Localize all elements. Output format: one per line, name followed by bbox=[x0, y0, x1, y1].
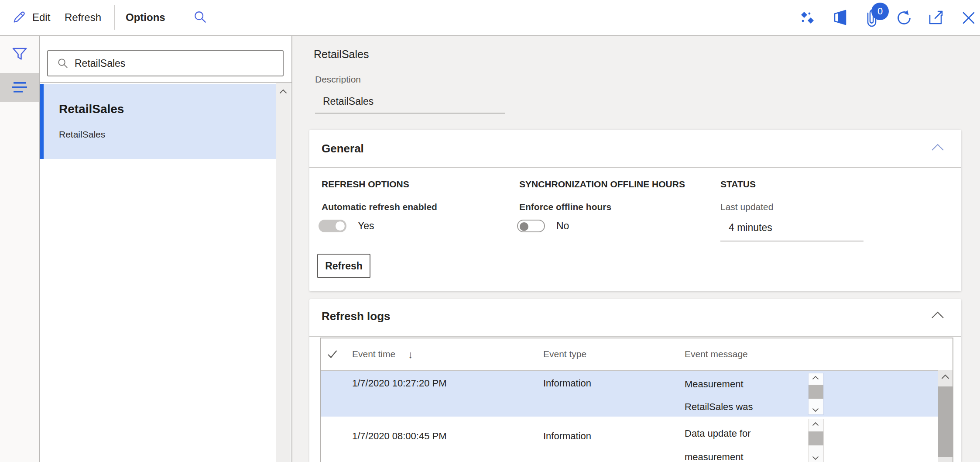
message-cell-scrollbar[interactable] bbox=[808, 419, 824, 462]
description-field bbox=[315, 90, 505, 114]
log-row-1[interactable]: 1/7/2020 10:27:20 PM Information Measure… bbox=[321, 371, 953, 417]
page-title: RetailSales bbox=[314, 48, 369, 61]
scrollbar-thumb[interactable] bbox=[809, 385, 823, 399]
list-scroll-up-icon[interactable] bbox=[279, 89, 287, 94]
options-label: Options bbox=[126, 11, 165, 24]
toolbar-search-button[interactable] bbox=[193, 0, 208, 35]
search-icon bbox=[193, 10, 208, 25]
refresh-options-heading: REFRESH OPTIONS bbox=[322, 179, 409, 190]
enforce-offline-value: No bbox=[556, 220, 569, 232]
list-item-subtitle: RetailSales bbox=[59, 129, 105, 140]
edit-label: Edit bbox=[32, 11, 50, 24]
open-new-window-icon[interactable] bbox=[928, 9, 945, 27]
list-item-title: RetailSales bbox=[59, 102, 124, 116]
list-search-input[interactable] bbox=[74, 57, 267, 70]
event-message-line2: RetailSales was bbox=[685, 401, 802, 413]
toggle-knob bbox=[336, 221, 345, 231]
attachments-count-badge: 0 bbox=[871, 3, 889, 20]
options-button[interactable]: Options bbox=[126, 0, 165, 35]
select-all-check-icon[interactable] bbox=[327, 349, 338, 359]
main-content: RetailSales Description General REFRESH … bbox=[292, 36, 980, 462]
scroll-up-icon[interactable] bbox=[812, 376, 819, 380]
filter-button[interactable] bbox=[0, 41, 39, 68]
auto-refresh-toggle[interactable]: Yes bbox=[319, 220, 374, 232]
table-scroll-up-icon[interactable] bbox=[941, 374, 949, 379]
toolbar-divider bbox=[114, 5, 115, 30]
list-view-button[interactable] bbox=[0, 73, 39, 102]
column-header-event-time[interactable]: Event time bbox=[352, 349, 395, 359]
scroll-up-icon[interactable] bbox=[812, 422, 819, 426]
column-header-event-type[interactable]: Event type bbox=[543, 349, 586, 359]
general-collapse-chevron-icon[interactable] bbox=[931, 143, 945, 152]
last-updated-field bbox=[720, 217, 863, 241]
refresh-logs-header[interactable]: Refresh logs bbox=[309, 299, 961, 336]
toggle-on-pill[interactable] bbox=[319, 220, 346, 232]
log-row-2[interactable]: 1/7/2020 08:00:45 PM Information Data up… bbox=[321, 417, 953, 462]
message-cell-scrollbar[interactable] bbox=[808, 373, 824, 415]
edit-button[interactable]: Edit bbox=[11, 0, 50, 35]
event-message-line1: Measurement bbox=[685, 379, 802, 390]
table-header-row: Event time ↓ Event type Event message bbox=[321, 338, 953, 371]
table-scrollbar[interactable] bbox=[938, 370, 953, 462]
list-search-box[interactable] bbox=[47, 50, 284, 76]
last-updated-label: Last updated bbox=[720, 202, 773, 212]
filter-icon bbox=[11, 47, 28, 62]
table-scrollbar-thumb[interactable] bbox=[938, 386, 953, 457]
refresh-page-icon[interactable] bbox=[895, 9, 913, 27]
side-toolbar bbox=[0, 36, 40, 462]
pencil-icon bbox=[11, 10, 26, 25]
refresh-logs-title: Refresh logs bbox=[322, 310, 391, 323]
description-input[interactable] bbox=[322, 95, 498, 108]
status-heading: STATUS bbox=[720, 179, 756, 190]
enforce-offline-label: Enforce offline hours bbox=[519, 202, 611, 212]
refresh-menu-button[interactable]: Refresh bbox=[65, 0, 101, 35]
close-icon[interactable] bbox=[960, 9, 977, 27]
refresh-button[interactable]: Refresh bbox=[317, 254, 370, 278]
list-item-retailsales[interactable]: RetailSales RetailSales bbox=[40, 84, 276, 159]
refresh-menu-label: Refresh bbox=[65, 11, 101, 24]
scroll-down-icon[interactable] bbox=[812, 456, 819, 460]
enforce-offline-toggle[interactable]: No bbox=[517, 220, 569, 232]
event-time-cell: 1/7/2020 08:00:45 PM bbox=[352, 431, 447, 442]
list-search-icon bbox=[57, 58, 69, 69]
refresh-logs-header-rule bbox=[309, 336, 961, 337]
event-message-line1: Data update for bbox=[685, 428, 802, 439]
event-message-line2: measurement bbox=[685, 452, 802, 462]
general-header-rule bbox=[309, 167, 961, 168]
scroll-down-icon[interactable] bbox=[812, 408, 819, 412]
event-type-cell: Information bbox=[543, 378, 591, 389]
last-updated-input[interactable] bbox=[728, 221, 852, 234]
sort-descending-icon[interactable]: ↓ bbox=[408, 349, 413, 361]
selection-bar bbox=[40, 84, 44, 159]
toggle-off-pill[interactable] bbox=[517, 220, 545, 232]
command-bar: Edit Refresh Options bbox=[0, 0, 980, 36]
general-title: General bbox=[322, 142, 364, 155]
sparkles-icon[interactable] bbox=[798, 9, 816, 27]
event-time-cell: 1/7/2020 10:27:20 PM bbox=[352, 378, 447, 389]
refresh-logs-collapse-chevron-icon[interactable] bbox=[931, 310, 945, 319]
auto-refresh-label: Automatic refresh enabled bbox=[322, 202, 437, 212]
event-type-cell: Information bbox=[543, 431, 591, 442]
auto-refresh-value: Yes bbox=[358, 220, 374, 232]
office-icon[interactable] bbox=[832, 9, 849, 27]
description-label: Description bbox=[315, 74, 361, 85]
general-header[interactable]: General bbox=[309, 130, 961, 167]
scrollbar-thumb[interactable] bbox=[809, 431, 823, 445]
app-window: Edit Refresh Options bbox=[0, 0, 980, 462]
list-divider bbox=[40, 82, 291, 83]
refresh-logs-table: Event time ↓ Event type Event message 1/… bbox=[320, 338, 953, 462]
list-scrollbar[interactable] bbox=[276, 83, 291, 462]
column-header-event-message[interactable]: Event message bbox=[685, 349, 748, 359]
attachments-count: 0 bbox=[877, 6, 883, 17]
general-section: General REFRESH OPTIONS Automatic refres… bbox=[309, 130, 961, 291]
list-icon bbox=[11, 81, 28, 94]
refresh-logs-section: Refresh logs Event time bbox=[309, 299, 961, 462]
toggle-knob bbox=[520, 222, 528, 231]
record-list-panel: RetailSales RetailSales bbox=[40, 36, 292, 462]
sync-offline-heading: SYNCHRONIZATION OFFLINE HOURS bbox=[519, 179, 685, 190]
